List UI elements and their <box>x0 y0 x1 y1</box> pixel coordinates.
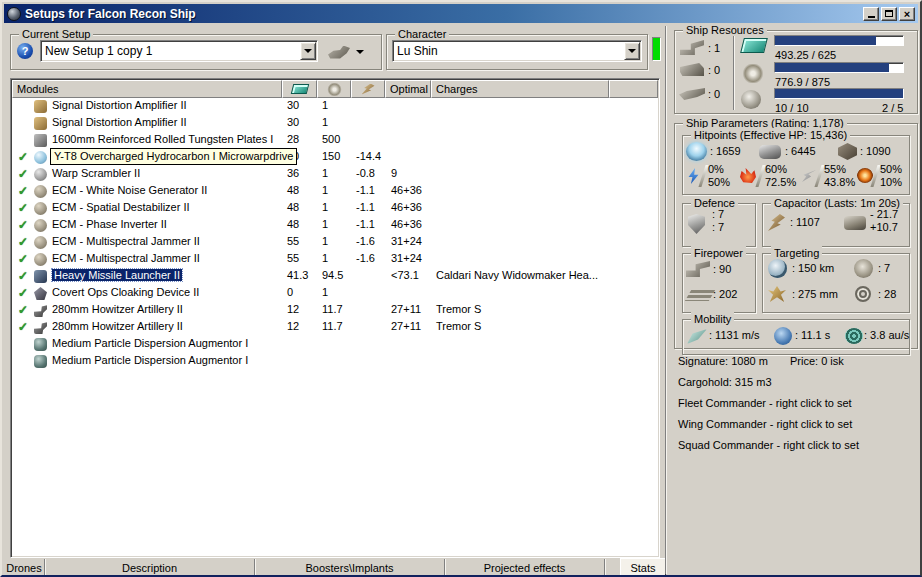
module-name[interactable]: Warp Scrambler II <box>52 167 140 179</box>
module-row[interactable]: ✓ Medium Particle Dispersion Augmentor I <box>12 353 658 370</box>
squad-commander-text[interactable]: Squad Commander - right click to set <box>678 439 859 451</box>
module-name[interactable]: 280mm Howitzer Artillery II <box>52 303 183 315</box>
module-icon <box>34 321 47 334</box>
module-icon <box>34 236 47 249</box>
module-cpu-value: 28 <box>287 133 299 145</box>
explosive-shield-resist: 50% <box>880 163 902 175</box>
setup-dropdown-button[interactable] <box>300 42 316 60</box>
module-icon <box>34 185 47 198</box>
module-optimal-value: 31+24 <box>391 252 422 264</box>
kinetic-shield-resist: 55% <box>824 163 846 175</box>
maximize-button[interactable] <box>881 7 897 21</box>
module-name[interactable]: ECM - Multispectral Jammer II <box>52 235 200 247</box>
header-capacitor[interactable] <box>351 80 385 98</box>
module-optimal-value: 9 <box>391 167 397 179</box>
module-name[interactable]: ECM - Multispectral Jammer II <box>52 252 200 264</box>
module-powergrid-value: 1 <box>322 235 328 247</box>
fitted-check-icon: ✓ <box>18 320 28 334</box>
header-powergrid[interactable] <box>317 80 351 98</box>
module-cpu-value: 30 <box>287 99 299 111</box>
module-name[interactable]: 280mm Howitzer Artillery II <box>52 320 183 332</box>
header-modules[interactable]: Modules <box>12 80 282 98</box>
armor-hp-icon <box>759 145 781 159</box>
ship-browser-button[interactable] <box>328 43 372 61</box>
character-dropdown-button[interactable] <box>624 42 640 60</box>
module-icon <box>34 117 47 130</box>
module-capacitor-value: -1.6 <box>356 252 375 264</box>
setup-combobox[interactable]: New Setup 1 copy 1 <box>40 40 318 62</box>
module-row[interactable]: ✓ Signal Distortion Amplifier II 30 1 <box>12 115 658 132</box>
fitted-check-icon: ✓ <box>18 235 28 249</box>
module-name[interactable]: 1600mm Reinforced Rolled Tungsten Plates… <box>52 133 273 145</box>
module-powergrid-value: 11.7 <box>322 320 343 332</box>
powergrid-bar <box>774 62 904 73</box>
module-charges-value: Caldari Navy Widowmaker Hea... <box>436 269 598 281</box>
header-optimal[interactable]: Optimal <box>385 80 431 98</box>
module-name[interactable]: Medium Particle Dispersion Augmentor I <box>52 337 248 349</box>
tab-projected-effects[interactable]: Projected effects <box>445 559 605 577</box>
module-icon <box>34 287 47 300</box>
target-range-value: : 150 km <box>792 262 834 274</box>
module-capacitor-value: -1.6 <box>356 235 375 247</box>
character-combobox[interactable]: Lu Shin <box>392 40 642 62</box>
maximize-icon <box>885 10 893 17</box>
module-row[interactable]: ✓ Y-T8 Overcharged Hydrocarbon I Microwa… <box>12 149 658 166</box>
capacitor-drain: - 21.7 <box>870 208 898 220</box>
app-icon <box>7 7 21 21</box>
module-row[interactable]: ✓ Medium Particle Dispersion Augmentor I <box>12 336 658 353</box>
module-row[interactable]: ✓ ECM - White Noise Generator II 48 1 -1… <box>12 183 658 200</box>
tab-stats[interactable]: Stats <box>620 558 666 577</box>
module-cpu-value: 30 <box>287 116 299 128</box>
header-charges[interactable]: Charges <box>431 80 609 98</box>
cpu-icon <box>290 84 308 94</box>
ship-icon <box>328 46 350 59</box>
signature-value: Signature: 1080 m <box>678 355 768 367</box>
window: Setups for Falcon Recon Ship × Current S… <box>0 0 922 577</box>
warp-speed-value: : 3.8 au/s <box>864 329 909 341</box>
module-name[interactable]: Medium Particle Dispersion Augmentor I <box>52 354 248 366</box>
close-button[interactable]: × <box>899 7 915 21</box>
module-row[interactable]: ✓ ECM - Multispectral Jammer II 55 1 -1.… <box>12 234 658 251</box>
module-name[interactable]: Signal Distortion Amplifier II <box>52 99 187 111</box>
header-cpu[interactable] <box>282 80 317 98</box>
module-row[interactable]: ✓ 1600mm Reinforced Rolled Tungsten Plat… <box>12 132 658 149</box>
em-armor-resist: 50% <box>708 176 730 188</box>
module-icon <box>34 100 47 113</box>
module-row[interactable]: ✓ Covert Ops Cloaking Device II 0 1 <box>12 285 658 302</box>
minimize-button[interactable] <box>863 7 879 21</box>
module-capacitor-value: -1.1 <box>356 201 375 213</box>
module-name[interactable]: Covert Ops Cloaking Device II <box>52 286 199 298</box>
title-bar[interactable]: Setups for Falcon Recon Ship × <box>4 4 918 23</box>
module-powergrid-value: 1 <box>322 201 328 213</box>
module-row[interactable]: ✓ Warp Scrambler II 36 1 -0.8 9 <box>12 166 658 183</box>
module-optimal-value: 46+36 <box>391 201 422 213</box>
capacitor-icon <box>362 84 375 95</box>
cpu-icon <box>740 38 768 53</box>
fleet-commander-text[interactable]: Fleet Commander - right click to set <box>678 397 852 409</box>
module-name[interactable]: ECM - Spatial Destabilizer II <box>52 201 190 213</box>
module-row[interactable]: ✓ ECM - Spatial Destabilizer II 48 1 -1.… <box>12 200 658 217</box>
module-name[interactable]: ECM - Phase Inverter II <box>52 218 167 230</box>
capacitor-amount: : 1107 <box>790 216 820 228</box>
module-name[interactable]: Heavy Missile Launcher II <box>52 269 182 281</box>
module-row[interactable]: ✓ Signal Distortion Amplifier II 30 1 <box>12 98 658 115</box>
help-icon[interactable]: ? <box>17 43 33 59</box>
module-row[interactable]: ✓ 280mm Howitzer Artillery II 12 11.7 27… <box>12 319 658 336</box>
tab-description[interactable]: Description <box>45 559 255 577</box>
module-name[interactable]: Signal Distortion Amplifier II <box>52 116 187 128</box>
module-name[interactable]: Y-T8 Overcharged Hydrocarbon I Microwarp… <box>50 148 297 165</box>
speed-value: : 1131 m/s <box>709 329 760 341</box>
module-name[interactable]: ECM - White Noise Generator II <box>52 184 207 196</box>
module-powergrid-value: 1 <box>322 116 328 128</box>
module-cpu-value: 48 <box>287 201 299 213</box>
module-row[interactable]: ✓ ECM - Phase Inverter II 48 1 -1.1 46+3… <box>12 217 658 234</box>
module-charges-value: Tremor S <box>436 320 481 332</box>
module-optimal-value: 31+24 <box>391 235 422 247</box>
tab-drones[interactable]: Drones <box>4 559 45 577</box>
wing-commander-text[interactable]: Wing Commander - right click to set <box>678 418 852 430</box>
module-row[interactable]: ✓ Heavy Missile Launcher II 41.3 94.5 <7… <box>12 268 658 285</box>
module-row[interactable]: ✓ ECM - Multispectral Jammer II 55 1 -1.… <box>12 251 658 268</box>
tab-boosters-implants[interactable]: Boosters\Implants <box>255 559 445 577</box>
module-powergrid-value: 150 <box>322 150 340 162</box>
module-row[interactable]: ✓ 280mm Howitzer Artillery II 12 11.7 27… <box>12 302 658 319</box>
